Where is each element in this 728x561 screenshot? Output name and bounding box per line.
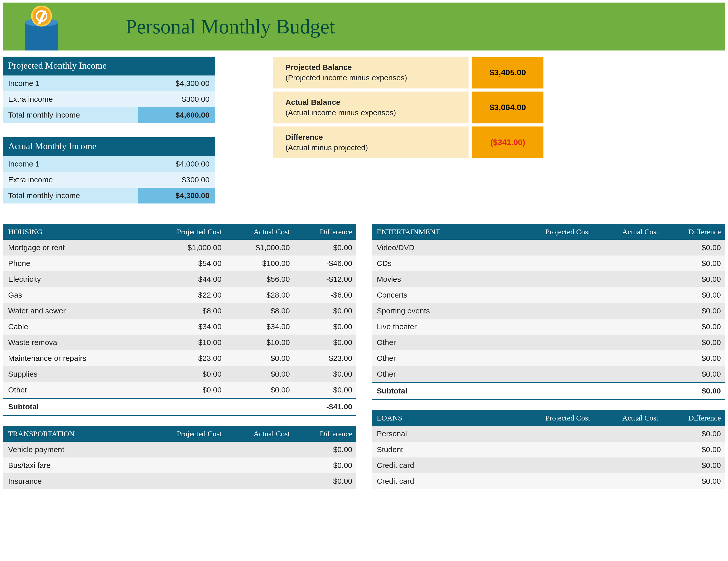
difference: $0.00 — [294, 335, 356, 350]
difference: $0.00 — [662, 350, 725, 366]
projected-cost — [513, 319, 594, 335]
table-row: Mortgage or rent$1,000.00$1,000.00$0.00 — [3, 240, 356, 255]
table-row: Other$0.00 — [372, 350, 725, 366]
income-total-label: Total monthly income — [8, 191, 80, 200]
subtotal-value — [513, 382, 594, 400]
difference: $0.00 — [294, 382, 356, 398]
income-label: Extra income — [8, 95, 53, 103]
title-banner: Personal Monthly Budget — [3, 3, 725, 50]
projected-cost — [144, 473, 226, 489]
row-label: Sporting events — [372, 303, 513, 319]
difference: $0.00 — [294, 366, 356, 382]
balance-value: $3,064.00 — [472, 91, 543, 123]
page-title: Personal Monthly Budget — [125, 15, 335, 38]
actual-cost: $1,000.00 — [226, 240, 294, 255]
difference: -$6.00 — [294, 287, 356, 303]
actual-cost — [594, 442, 662, 458]
row-label: Live theater — [372, 319, 513, 335]
actual-cost — [594, 271, 662, 287]
subtotal-label: Subtotal — [3, 398, 144, 416]
projected-cost — [144, 442, 226, 458]
difference: $0.00 — [662, 240, 725, 255]
row-label: Movies — [372, 271, 513, 287]
coin-jar-icon — [13, 3, 62, 50]
column-header: Actual Cost — [594, 224, 662, 240]
balance-row: Difference(Actual minus projected)($341.… — [273, 126, 543, 158]
income-value: $4,300.00 — [143, 79, 210, 88]
difference: $0.00 — [662, 366, 725, 382]
projected-cost: $22.00 — [144, 287, 226, 303]
actual-cost: $8.00 — [226, 303, 294, 319]
row-label: Cable — [3, 319, 144, 335]
balance-value: $3,405.00 — [472, 57, 543, 88]
row-label: Other — [3, 382, 144, 398]
actual-cost: $0.00 — [226, 366, 294, 382]
actual-income-header: Actual Monthly Income — [3, 137, 215, 156]
row-label: CDs — [372, 255, 513, 271]
projected-cost — [513, 426, 594, 442]
table-row: Cable$34.00$34.00$0.00 — [3, 319, 356, 335]
column-header: Actual Cost — [226, 426, 294, 442]
difference: $0.00 — [662, 319, 725, 335]
difference: $0.00 — [294, 240, 356, 255]
subtotal-value — [144, 398, 226, 416]
category-table: HOUSINGProjected CostActual CostDifferen… — [3, 224, 356, 416]
difference: $0.00 — [294, 319, 356, 335]
actual-cost: $100.00 — [226, 255, 294, 271]
table-row: Student$0.00 — [372, 442, 725, 458]
row-label: Credit card — [372, 458, 513, 473]
difference: $0.00 — [662, 335, 725, 350]
difference: $0.00 — [662, 473, 725, 489]
projected-cost: $1,000.00 — [144, 240, 226, 255]
difference: $23.00 — [294, 350, 356, 366]
actual-cost — [594, 350, 662, 366]
table-row: Credit card$0.00 — [372, 458, 725, 473]
category-name-header: LOANS — [372, 410, 513, 426]
column-header: Difference — [294, 426, 356, 442]
difference: $0.00 — [662, 271, 725, 287]
category-name-header: TRANSPORTATION — [3, 426, 144, 442]
category-name-header: ENTERTAINMENT — [372, 224, 513, 240]
subtotal-label: Subtotal — [372, 382, 513, 400]
table-row: Vehicle payment$0.00 — [3, 442, 356, 458]
actual-cost — [594, 240, 662, 255]
column-header: Difference — [662, 410, 725, 426]
actual-cost — [594, 303, 662, 319]
table-row: Sporting events$0.00 — [372, 303, 725, 319]
difference: $0.00 — [294, 303, 356, 319]
actual-cost — [226, 442, 294, 458]
income-label: Income 1 — [8, 160, 40, 168]
actual-cost: $34.00 — [226, 319, 294, 335]
actual-cost: $10.00 — [226, 335, 294, 350]
difference: $0.00 — [662, 255, 725, 271]
actual-cost: $0.00 — [226, 382, 294, 398]
column-header: Projected Cost — [513, 410, 594, 426]
projected-cost — [513, 303, 594, 319]
projected-cost: $44.00 — [144, 271, 226, 287]
projected-cost: $54.00 — [144, 255, 226, 271]
projected-cost — [513, 271, 594, 287]
actual-cost — [594, 473, 662, 489]
row-label: Video/DVD — [372, 240, 513, 255]
projected-cost — [513, 335, 594, 350]
row-label: Personal — [372, 426, 513, 442]
projected-cost — [513, 458, 594, 473]
difference: -$12.00 — [294, 271, 356, 287]
subtotal-value — [226, 398, 294, 416]
balance-label: Projected Balance(Projected income minus… — [273, 57, 469, 88]
actual-cost: $0.00 — [226, 350, 294, 366]
income-total-label: Total monthly income — [8, 111, 80, 119]
table-row: Other$0.00$0.00$0.00 — [3, 382, 356, 398]
column-header: Projected Cost — [513, 224, 594, 240]
income-value: $300.00 — [143, 175, 210, 184]
actual-cost — [594, 255, 662, 271]
actual-cost: $56.00 — [226, 271, 294, 287]
table-row: Other$0.00 — [372, 366, 725, 382]
row-label: Insurance — [3, 473, 144, 489]
table-row: Live theater$0.00 — [372, 319, 725, 335]
projected-cost: $0.00 — [144, 366, 226, 382]
projected-income-block: Projected Monthly Income Income 1 $4,300… — [3, 57, 215, 123]
table-row: Maintenance or repairs$23.00$0.00$23.00 — [3, 350, 356, 366]
actual-income-block: Actual Monthly Income Income 1 $4,000.00… — [3, 137, 215, 203]
table-row: Credit card$0.00 — [372, 473, 725, 489]
